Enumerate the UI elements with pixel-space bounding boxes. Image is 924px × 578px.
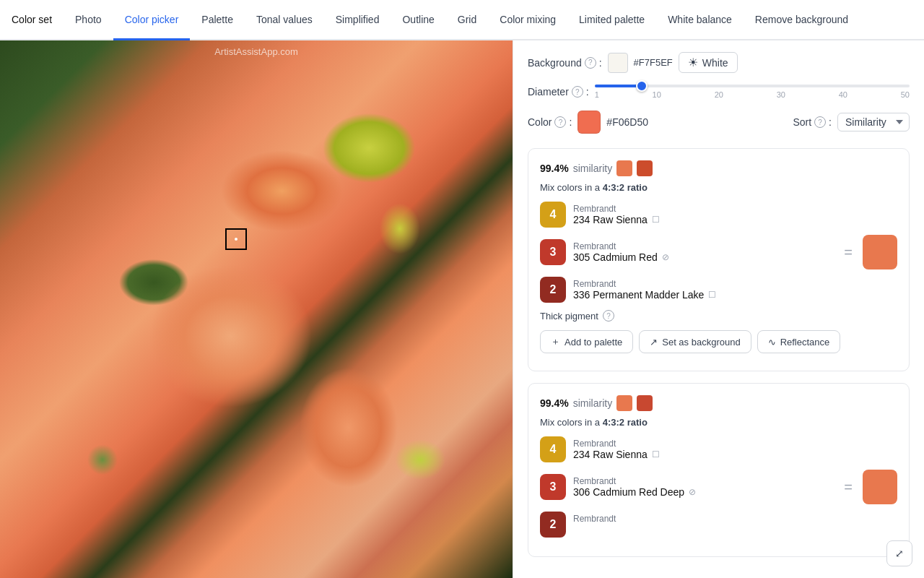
- nav-limited-palette[interactable]: Limited palette: [567, 0, 656, 40]
- reflectance-button-1[interactable]: ∿ Reflectance: [757, 330, 841, 353]
- result-card-1: 99.4% similarity Mix colors in a 4:3:2 r…: [528, 148, 910, 371]
- similarity-pct-2: 99.4%: [540, 397, 569, 409]
- nav-tonal-values[interactable]: Tonal values: [245, 0, 324, 40]
- paint-number-1-2: 3: [540, 239, 566, 265]
- paint-brand-2-3: Rembrandt: [573, 514, 897, 524]
- paint-number-1-3: 2: [540, 277, 566, 303]
- set-as-background-label-1: Set as background: [662, 337, 740, 348]
- reflectance-label-1: Reflectance: [780, 337, 830, 348]
- background-control-row: Background ? : #F7F5EF ☀ White: [528, 52, 910, 73]
- ratio-row-1: Mix colors in a 4:3:2 ratio: [540, 182, 897, 193]
- mix-result-swatch-1: [863, 235, 897, 269]
- slider-label-10: 10: [653, 90, 661, 99]
- paint-info-1-3: Rembrandt 336 Permanent Madder Lake ☐: [573, 279, 897, 301]
- nav-color-picker[interactable]: Color picker: [113, 0, 191, 40]
- main-content: ArtistAssistApp.com Background ? : #F7F5…: [0, 40, 924, 578]
- paint-number-1-1: 4: [540, 202, 566, 228]
- add-icon-1: ＋: [551, 335, 560, 348]
- mix-result-swatch-2: [863, 470, 897, 504]
- paint-name-2-3: [573, 524, 897, 535]
- set-as-background-button-1[interactable]: ↗ Set as background: [639, 330, 751, 353]
- sort-help-icon[interactable]: ?: [814, 116, 826, 128]
- nav-white-balance[interactable]: White balance: [656, 0, 744, 40]
- paint-info-2-3: Rembrandt: [573, 514, 897, 535]
- paint-name-2-2: 306 Cadmium Red Deep ⊘: [573, 486, 834, 498]
- paint-row-1-3: 2 Rembrandt 336 Permanent Madder Lake ☐: [540, 277, 897, 303]
- slider-thumb[interactable]: [636, 80, 648, 92]
- paint-row-2-3: 2 Rembrandt: [540, 512, 897, 538]
- nav-photo[interactable]: Photo: [64, 0, 113, 40]
- top-navigation: Color set Photo Color picker Palette Ton…: [0, 0, 924, 40]
- diameter-slider-container: 1 10 20 30 40 50: [595, 85, 910, 99]
- slider-label-30: 30: [777, 90, 785, 99]
- thick-pigment-help-1[interactable]: ?: [603, 310, 614, 322]
- similarity-row-2: 99.4% similarity: [540, 395, 897, 411]
- diameter-label: Diameter ? :: [528, 86, 589, 98]
- add-to-palette-label-1: Add to palette: [565, 337, 622, 348]
- nav-color-set[interactable]: Color set: [0, 0, 64, 40]
- paint-name-1-3: 336 Permanent Madder Lake ☐: [573, 289, 897, 301]
- nav-grid[interactable]: Grid: [446, 0, 488, 40]
- ratio-value-2: 4:3:2 ratio: [603, 417, 648, 428]
- nav-outline[interactable]: Outline: [391, 0, 445, 40]
- ratio-row-2: Mix colors in a 4:3:2 ratio: [540, 417, 897, 428]
- result-swatch-sm-1a: [616, 160, 632, 176]
- paint-brand-2-2: Rembrandt: [573, 476, 834, 486]
- background-help-icon[interactable]: ?: [585, 57, 596, 69]
- similarity-row-1: 99.4% similarity: [540, 160, 897, 176]
- result-card-2: 99.4% similarity Mix colors in a 4:3:2 r…: [528, 383, 910, 557]
- paint-number-2-2: 3: [540, 474, 566, 500]
- paint-info-2-2: Rembrandt 306 Cadmium Red Deep ⊘: [573, 476, 834, 498]
- paint-check-1-2[interactable]: ⊘: [662, 252, 669, 262]
- paint-check-2-1[interactable]: ☐: [652, 449, 660, 460]
- thick-pigment-label-1: Thick pigment: [540, 311, 598, 322]
- slider-label-1: 1: [595, 90, 599, 99]
- paint-info-1-1: Rembrandt 234 Raw Sienna ☐: [573, 204, 897, 225]
- nav-remove-background[interactable]: Remove background: [744, 0, 860, 40]
- flower-overlay: [0, 40, 513, 578]
- similarity-label-2: similarity: [573, 397, 612, 409]
- paint-row-1-1: 4 Rembrandt 234 Raw Sienna ☐: [540, 202, 897, 228]
- selected-color-hex: #F06D50: [606, 116, 648, 128]
- paint-check-2-2[interactable]: ⊘: [689, 487, 696, 497]
- diameter-section: Diameter ? : 1 10 20 30 40 50: [528, 85, 910, 99]
- fullscreen-icon: ⤢: [895, 548, 904, 559]
- background-icon-1: ↗: [650, 337, 658, 348]
- paint-brand-1-3: Rembrandt: [573, 279, 897, 289]
- result-swatch-sm-2b: [637, 395, 653, 411]
- white-background-button[interactable]: ☀ White: [679, 52, 738, 73]
- paint-check-1-1[interactable]: ☐: [652, 215, 660, 225]
- diameter-row: Diameter ? : 1 10 20 30 40 50: [528, 85, 910, 99]
- nav-palette[interactable]: Palette: [190, 0, 245, 40]
- fullscreen-button[interactable]: ⤢: [886, 540, 912, 566]
- paint-row-2-1: 4 Rembrandt 234 Raw Sienna ☐: [540, 436, 897, 462]
- paint-info-2-1: Rembrandt 234 Raw Sienna ☐: [573, 439, 897, 460]
- add-to-palette-button-1[interactable]: ＋ Add to palette: [540, 330, 633, 353]
- selected-color-swatch[interactable]: [578, 111, 601, 134]
- color-help-icon[interactable]: ?: [554, 116, 566, 128]
- paint-name-1-1: 234 Raw Sienna ☐: [573, 214, 897, 225]
- slider-label-20: 20: [715, 90, 723, 99]
- result-swatch-sm-1b: [637, 160, 653, 176]
- action-row-1: ＋ Add to palette ↗ Set as background ∿ R…: [540, 330, 897, 353]
- nav-simplified[interactable]: Simplified: [324, 0, 391, 40]
- photo-container[interactable]: [0, 40, 513, 578]
- white-icon: ☀: [688, 56, 698, 69]
- similarity-pct-1: 99.4%: [540, 163, 569, 174]
- paint-check-1-3[interactable]: ☐: [708, 290, 716, 300]
- color-label: Color ? :: [528, 116, 572, 128]
- color-control-row: Color ? : #F06D50 Sort ? : Similarity Li…: [528, 111, 910, 134]
- diameter-slider-track[interactable]: [595, 85, 910, 87]
- diameter-help-icon[interactable]: ?: [572, 86, 583, 98]
- nav-color-mixing[interactable]: Color mixing: [488, 0, 567, 40]
- paint-number-2-3: 2: [540, 512, 566, 538]
- sort-select[interactable]: Similarity Lightness Hue: [837, 113, 910, 131]
- background-color-swatch[interactable]: [608, 53, 628, 73]
- slider-label-50: 50: [901, 90, 910, 99]
- paint-info-1-2: Rembrandt 305 Cadmium Red ⊘: [573, 241, 834, 263]
- color-selector-box[interactable]: [225, 228, 247, 250]
- sort-label: Sort ? :: [793, 116, 832, 128]
- result-swatch-sm-2a: [616, 395, 632, 411]
- mix-equals-1: =: [844, 244, 853, 261]
- image-area: ArtistAssistApp.com: [0, 40, 513, 578]
